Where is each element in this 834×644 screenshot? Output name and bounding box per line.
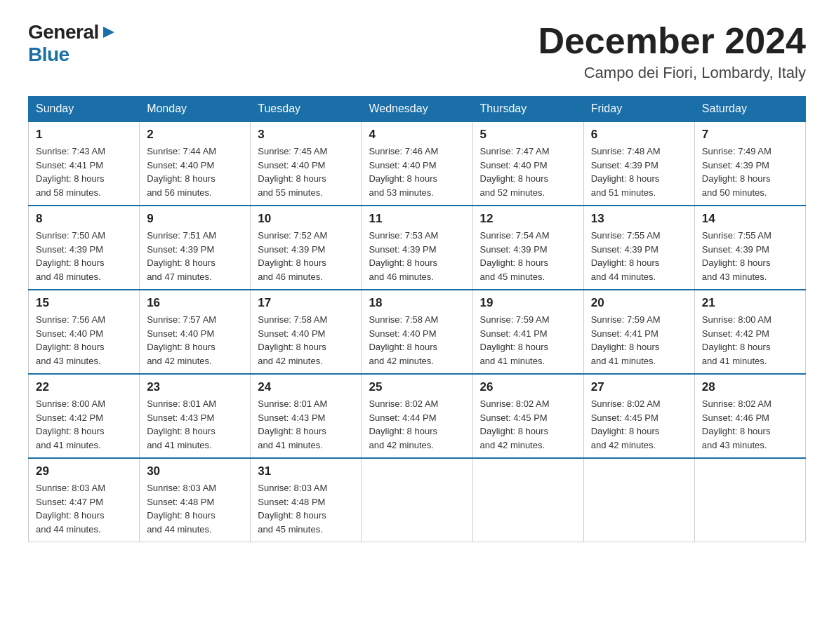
calendar-day-cell: 23 Sunrise: 8:01 AMSunset: 4:43 PMDaylig… [140, 374, 251, 458]
calendar-day-cell: 26 Sunrise: 8:02 AMSunset: 4:45 PMDaylig… [472, 374, 583, 458]
day-number: 4 [369, 128, 465, 142]
calendar-day-header: Monday [140, 97, 251, 122]
logo: General Blue [28, 21, 116, 66]
day-number: 21 [702, 296, 798, 310]
calendar-day-cell: 9 Sunrise: 7:51 AMSunset: 4:39 PMDayligh… [140, 206, 251, 290]
day-detail: Sunrise: 7:49 AMSunset: 4:39 PMDaylight:… [702, 145, 798, 199]
calendar-day-cell: 13 Sunrise: 7:55 AMSunset: 4:39 PMDaylig… [583, 206, 694, 290]
calendar-day-header: Tuesday [251, 97, 362, 122]
calendar-day-cell: 8 Sunrise: 7:50 AMSunset: 4:39 PMDayligh… [29, 206, 140, 290]
calendar-table: SundayMondayTuesdayWednesdayThursdayFrid… [28, 96, 806, 542]
day-number: 14 [702, 212, 798, 226]
day-detail: Sunrise: 7:56 AMSunset: 4:40 PMDaylight:… [36, 313, 132, 368]
day-detail: Sunrise: 8:03 AMSunset: 4:47 PMDaylight:… [36, 481, 132, 536]
day-detail: Sunrise: 8:02 AMSunset: 4:45 PMDaylight:… [480, 397, 576, 452]
day-detail: Sunrise: 7:52 AMSunset: 4:39 PMDaylight:… [258, 229, 354, 283]
day-number: 26 [480, 380, 576, 394]
calendar-day-cell: 22 Sunrise: 8:00 AMSunset: 4:42 PMDaylig… [29, 374, 140, 458]
calendar-day-cell: 31 Sunrise: 8:03 AMSunset: 4:48 PMDaylig… [251, 458, 362, 542]
logo-blue-text: Blue [28, 43, 70, 65]
calendar-week-row: 1 Sunrise: 7:43 AMSunset: 4:41 PMDayligh… [29, 121, 806, 206]
day-detail: Sunrise: 8:02 AMSunset: 4:44 PMDaylight:… [369, 397, 465, 452]
calendar-day-cell: 21 Sunrise: 8:00 AMSunset: 4:42 PMDaylig… [694, 290, 805, 374]
day-number: 30 [147, 464, 243, 478]
day-detail: Sunrise: 8:03 AMSunset: 4:48 PMDaylight:… [258, 481, 354, 536]
calendar-day-header: Wednesday [362, 97, 472, 122]
day-number: 25 [369, 380, 465, 394]
calendar-day-cell: 18 Sunrise: 7:58 AMSunset: 4:40 PMDaylig… [362, 290, 472, 374]
day-detail: Sunrise: 8:00 AMSunset: 4:42 PMDaylight:… [36, 397, 132, 452]
calendar-day-cell: 24 Sunrise: 8:01 AMSunset: 4:43 PMDaylig… [251, 374, 362, 458]
page-header: General Blue December 2024 Campo dei Fio… [28, 21, 806, 82]
title-area: December 2024 Campo dei Fiori, Lombardy,… [538, 21, 806, 82]
day-detail: Sunrise: 7:47 AMSunset: 4:40 PMDaylight:… [480, 145, 576, 199]
calendar-day-cell: 2 Sunrise: 7:44 AMSunset: 4:40 PMDayligh… [140, 121, 251, 206]
day-number: 3 [258, 128, 354, 142]
day-number: 5 [480, 128, 576, 142]
location-subtitle: Campo dei Fiori, Lombardy, Italy [538, 64, 806, 82]
day-detail: Sunrise: 7:50 AMSunset: 4:39 PMDaylight:… [36, 229, 132, 283]
day-number: 28 [702, 380, 798, 394]
day-number: 24 [258, 380, 354, 394]
day-detail: Sunrise: 7:51 AMSunset: 4:39 PMDaylight:… [147, 229, 243, 283]
day-detail: Sunrise: 7:53 AMSunset: 4:39 PMDaylight:… [369, 229, 465, 283]
calendar-header-row: SundayMondayTuesdayWednesdayThursdayFrid… [29, 97, 806, 122]
day-detail: Sunrise: 8:03 AMSunset: 4:48 PMDaylight:… [147, 481, 243, 536]
calendar-day-cell: 25 Sunrise: 8:02 AMSunset: 4:44 PMDaylig… [362, 374, 472, 458]
day-detail: Sunrise: 7:59 AMSunset: 4:41 PMDaylight:… [591, 313, 687, 368]
logo-arrow-icon [102, 25, 116, 39]
calendar-day-cell: 10 Sunrise: 7:52 AMSunset: 4:39 PMDaylig… [251, 206, 362, 290]
calendar-day-header: Friday [583, 97, 694, 122]
calendar-day-cell: 27 Sunrise: 8:02 AMSunset: 4:45 PMDaylig… [583, 374, 694, 458]
calendar-week-row: 22 Sunrise: 8:00 AMSunset: 4:42 PMDaylig… [29, 374, 806, 458]
day-detail: Sunrise: 7:48 AMSunset: 4:39 PMDaylight:… [591, 145, 687, 199]
calendar-day-cell: 1 Sunrise: 7:43 AMSunset: 4:41 PMDayligh… [29, 121, 140, 206]
calendar-day-cell: 20 Sunrise: 7:59 AMSunset: 4:41 PMDaylig… [583, 290, 694, 374]
day-number: 12 [480, 212, 576, 226]
day-number: 31 [258, 464, 354, 478]
calendar-day-cell [362, 458, 472, 542]
day-detail: Sunrise: 7:57 AMSunset: 4:40 PMDaylight:… [147, 313, 243, 368]
calendar-day-cell: 14 Sunrise: 7:55 AMSunset: 4:39 PMDaylig… [694, 206, 805, 290]
day-detail: Sunrise: 8:02 AMSunset: 4:46 PMDaylight:… [702, 397, 798, 452]
calendar-day-cell [472, 458, 583, 542]
day-detail: Sunrise: 7:44 AMSunset: 4:40 PMDaylight:… [147, 145, 243, 199]
day-number: 2 [147, 128, 243, 142]
day-number: 18 [369, 296, 465, 310]
day-number: 6 [591, 128, 687, 142]
calendar-day-cell [583, 458, 694, 542]
calendar-day-header: Sunday [29, 97, 140, 122]
month-title: December 2024 [538, 21, 806, 61]
calendar-day-cell: 11 Sunrise: 7:53 AMSunset: 4:39 PMDaylig… [362, 206, 472, 290]
day-detail: Sunrise: 7:55 AMSunset: 4:39 PMDaylight:… [591, 229, 687, 283]
logo-general-text: General [28, 21, 99, 43]
calendar-day-cell: 30 Sunrise: 8:03 AMSunset: 4:48 PMDaylig… [140, 458, 251, 542]
calendar-week-row: 8 Sunrise: 7:50 AMSunset: 4:39 PMDayligh… [29, 206, 806, 290]
day-detail: Sunrise: 7:59 AMSunset: 4:41 PMDaylight:… [480, 313, 576, 368]
calendar-day-header: Saturday [694, 97, 805, 122]
day-detail: Sunrise: 7:46 AMSunset: 4:40 PMDaylight:… [369, 145, 465, 199]
day-number: 23 [147, 380, 243, 394]
day-detail: Sunrise: 7:55 AMSunset: 4:39 PMDaylight:… [702, 229, 798, 283]
day-detail: Sunrise: 7:54 AMSunset: 4:39 PMDaylight:… [480, 229, 576, 283]
calendar-day-cell: 17 Sunrise: 7:58 AMSunset: 4:40 PMDaylig… [251, 290, 362, 374]
day-detail: Sunrise: 8:01 AMSunset: 4:43 PMDaylight:… [147, 397, 243, 452]
day-number: 29 [36, 464, 132, 478]
calendar-day-cell: 4 Sunrise: 7:46 AMSunset: 4:40 PMDayligh… [362, 121, 472, 206]
calendar-week-row: 15 Sunrise: 7:56 AMSunset: 4:40 PMDaylig… [29, 290, 806, 374]
day-number: 8 [36, 212, 132, 226]
calendar-day-header: Thursday [472, 97, 583, 122]
day-detail: Sunrise: 8:00 AMSunset: 4:42 PMDaylight:… [702, 313, 798, 368]
calendar-day-cell: 12 Sunrise: 7:54 AMSunset: 4:39 PMDaylig… [472, 206, 583, 290]
calendar-day-cell: 3 Sunrise: 7:45 AMSunset: 4:40 PMDayligh… [251, 121, 362, 206]
day-detail: Sunrise: 8:01 AMSunset: 4:43 PMDaylight:… [258, 397, 354, 452]
day-number: 16 [147, 296, 243, 310]
calendar-day-cell [694, 458, 805, 542]
day-number: 15 [36, 296, 132, 310]
calendar-day-cell: 28 Sunrise: 8:02 AMSunset: 4:46 PMDaylig… [694, 374, 805, 458]
day-number: 10 [258, 212, 354, 226]
calendar-day-cell: 29 Sunrise: 8:03 AMSunset: 4:47 PMDaylig… [29, 458, 140, 542]
day-number: 13 [591, 212, 687, 226]
day-detail: Sunrise: 8:02 AMSunset: 4:45 PMDaylight:… [591, 397, 687, 452]
day-number: 17 [258, 296, 354, 310]
